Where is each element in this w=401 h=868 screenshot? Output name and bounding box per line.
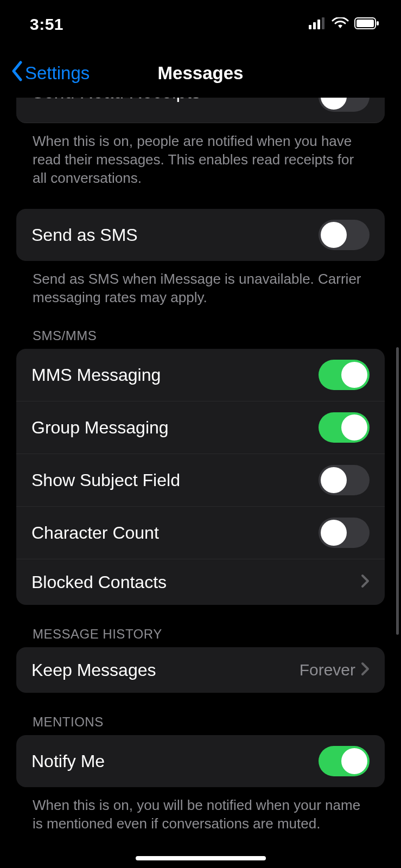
settings-content: Send Read Receipts When this is on, peop…: [0, 98, 401, 868]
send-read-receipts-row[interactable]: Send Read Receipts: [16, 98, 385, 123]
message-history-group: Keep Messages Forever: [16, 647, 385, 693]
wifi-icon: [332, 17, 349, 31]
send-read-receipts-label: Send Read Receipts: [31, 98, 201, 103]
keep-messages-value: Forever: [300, 661, 355, 679]
character-count-row[interactable]: Character Count: [16, 507, 385, 559]
status-indicators: [309, 17, 379, 31]
send-as-sms-toggle[interactable]: [319, 220, 370, 250]
send-as-sms-footer: Send as SMS when iMessage is unavailable…: [16, 261, 385, 307]
blocked-contacts-row[interactable]: Blocked Contacts: [16, 559, 385, 605]
section-header-history: MESSAGE HISTORY: [16, 605, 385, 647]
status-bar: 3:51: [0, 0, 401, 49]
blocked-contacts-label: Blocked Contacts: [31, 572, 167, 592]
back-button[interactable]: Settings: [11, 61, 90, 86]
show-subject-field-row[interactable]: Show Subject Field: [16, 454, 385, 507]
scroll-indicator[interactable]: [396, 347, 399, 635]
notify-me-toggle[interactable]: [319, 746, 370, 776]
group-messaging-toggle[interactable]: [319, 412, 370, 443]
battery-icon: [354, 17, 379, 31]
status-time: 3:51: [30, 15, 63, 34]
back-label: Settings: [25, 63, 90, 84]
home-indicator[interactable]: [136, 856, 266, 860]
mms-messaging-toggle[interactable]: [319, 360, 370, 390]
chevron-right-icon: [361, 574, 370, 590]
send-as-sms-row[interactable]: Send as SMS: [16, 209, 385, 261]
svg-rect-0: [309, 25, 311, 29]
nav-bar: Settings Messages: [0, 49, 401, 98]
mms-messaging-row[interactable]: MMS Messaging: [16, 349, 385, 401]
svg-rect-6: [377, 21, 379, 25]
mms-messaging-label: MMS Messaging: [31, 365, 161, 385]
show-subject-field-label: Show Subject Field: [31, 470, 180, 490]
group-messaging-label: Group Messaging: [31, 418, 169, 438]
svg-rect-2: [317, 20, 320, 29]
read-receipts-footer: When this is on, people are notified whe…: [16, 123, 385, 187]
keep-messages-row[interactable]: Keep Messages Forever: [16, 647, 385, 693]
chevron-right-icon: [361, 662, 370, 678]
show-subject-field-toggle[interactable]: [319, 465, 370, 495]
svg-rect-1: [313, 22, 316, 29]
chevron-left-icon: [11, 61, 23, 86]
sms-mms-group: MMS Messaging Group Messaging Show Subje…: [16, 349, 385, 605]
mentions-group: Notify Me: [16, 735, 385, 787]
send-as-sms-label: Send as SMS: [31, 225, 138, 245]
character-count-toggle[interactable]: [319, 518, 370, 548]
group-messaging-row[interactable]: Group Messaging: [16, 401, 385, 454]
svg-rect-5: [357, 20, 374, 27]
section-header-mentions: MENTIONS: [16, 693, 385, 735]
notify-me-row[interactable]: Notify Me: [16, 735, 385, 787]
keep-messages-label: Keep Messages: [31, 660, 156, 680]
send-as-sms-group: Send as SMS: [16, 209, 385, 261]
notify-me-label: Notify Me: [31, 751, 105, 771]
cellular-icon: [309, 17, 326, 31]
send-read-receipts-toggle[interactable]: [319, 98, 370, 112]
section-header-smsmms: SMS/MMS: [16, 307, 385, 349]
page-title: Messages: [158, 63, 244, 84]
mentions-footer: When this is on, you will be notified wh…: [16, 787, 385, 833]
svg-rect-3: [322, 17, 324, 29]
character-count-label: Character Count: [31, 523, 159, 543]
